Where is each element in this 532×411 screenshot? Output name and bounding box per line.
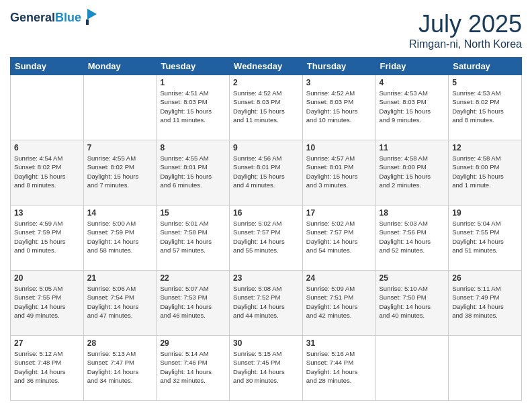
weekday-header-sunday: Sunday — [11, 58, 84, 75]
day-info: Sunrise: 4:55 AM Sunset: 8:01 PM Dayligh… — [160, 154, 226, 189]
calendar-cell: 31Sunrise: 5:16 AM Sunset: 7:44 PM Dayli… — [302, 336, 375, 401]
day-info: Sunrise: 4:57 AM Sunset: 8:01 PM Dayligh… — [306, 154, 372, 189]
calendar-cell: 24Sunrise: 5:09 AM Sunset: 7:51 PM Dayli… — [302, 271, 375, 336]
calendar-cell — [375, 336, 449, 401]
day-number: 4 — [380, 78, 445, 87]
calendar-cell: 14Sunrise: 5:00 AM Sunset: 7:59 PM Dayli… — [83, 205, 157, 271]
day-number: 9 — [233, 143, 299, 152]
day-info: Sunrise: 5:11 AM Sunset: 7:49 PM Dayligh… — [452, 284, 518, 320]
day-info: Sunrise: 5:04 AM Sunset: 7:55 PM Dayligh… — [452, 219, 518, 255]
day-number: 31 — [306, 338, 372, 348]
day-number: 21 — [87, 273, 153, 283]
calendar-cell: 28Sunrise: 5:13 AM Sunset: 7:47 PM Dayli… — [83, 336, 157, 401]
day-info: Sunrise: 4:51 AM Sunset: 8:03 PM Dayligh… — [160, 89, 226, 124]
day-number: 10 — [306, 143, 372, 152]
day-info: Sunrise: 4:58 AM Sunset: 8:00 PM Dayligh… — [380, 154, 445, 189]
svg-marker-0 — [87, 9, 97, 19]
day-info: Sunrise: 4:52 AM Sunset: 8:03 PM Dayligh… — [233, 89, 299, 124]
calendar-cell: 25Sunrise: 5:10 AM Sunset: 7:50 PM Dayli… — [375, 271, 449, 336]
calendar-cell: 20Sunrise: 5:05 AM Sunset: 7:55 PM Dayli… — [11, 271, 84, 336]
day-number: 3 — [306, 78, 372, 87]
calendar-week-3: 13Sunrise: 4:59 AM Sunset: 7:59 PM Dayli… — [11, 205, 522, 271]
day-number: 18 — [380, 208, 445, 218]
day-number: 15 — [160, 208, 226, 218]
day-number: 8 — [160, 143, 226, 152]
day-info: Sunrise: 5:15 AM Sunset: 7:45 PM Dayligh… — [233, 349, 299, 385]
weekday-header-tuesday: Tuesday — [157, 58, 230, 75]
day-number: 23 — [233, 273, 299, 283]
page-header: GeneralBlue July 2025 Rimgan-ni, North K… — [10, 10, 522, 50]
weekday-header-row: SundayMondayTuesdayWednesdayThursdayFrid… — [11, 58, 522, 75]
calendar-cell: 5Sunrise: 4:53 AM Sunset: 8:02 PM Daylig… — [449, 75, 522, 140]
title-block: July 2025 Rimgan-ni, North Korea — [409, 10, 522, 50]
weekday-header-saturday: Saturday — [449, 58, 522, 75]
day-number: 16 — [233, 208, 299, 218]
calendar-cell: 11Sunrise: 4:58 AM Sunset: 8:00 PM Dayli… — [375, 140, 449, 205]
day-number: 7 — [87, 143, 153, 152]
day-info: Sunrise: 5:13 AM Sunset: 7:47 PM Dayligh… — [87, 349, 153, 385]
calendar-cell — [83, 75, 157, 140]
calendar-cell: 1Sunrise: 4:51 AM Sunset: 8:03 PM Daylig… — [157, 75, 230, 140]
day-number: 22 — [160, 273, 226, 283]
day-info: Sunrise: 4:53 AM Sunset: 8:02 PM Dayligh… — [452, 89, 518, 124]
day-number: 11 — [380, 143, 445, 152]
day-info: Sunrise: 5:06 AM Sunset: 7:54 PM Dayligh… — [87, 284, 153, 320]
day-info: Sunrise: 4:58 AM Sunset: 8:00 PM Dayligh… — [452, 154, 518, 189]
calendar-week-4: 20Sunrise: 5:05 AM Sunset: 7:55 PM Dayli… — [11, 271, 522, 336]
day-info: Sunrise: 5:12 AM Sunset: 7:48 PM Dayligh… — [14, 349, 80, 385]
calendar-cell: 8Sunrise: 4:55 AM Sunset: 8:01 PM Daylig… — [157, 140, 230, 205]
calendar-cell: 30Sunrise: 5:15 AM Sunset: 7:45 PM Dayli… — [230, 336, 303, 401]
calendar-cell: 12Sunrise: 4:58 AM Sunset: 8:00 PM Dayli… — [449, 140, 522, 205]
day-number: 20 — [14, 273, 80, 283]
day-number: 28 — [87, 338, 153, 348]
day-number: 5 — [452, 78, 518, 87]
day-info: Sunrise: 5:07 AM Sunset: 7:53 PM Dayligh… — [160, 284, 226, 320]
calendar-week-5: 27Sunrise: 5:12 AM Sunset: 7:48 PM Dayli… — [11, 336, 522, 401]
day-number: 27 — [14, 338, 80, 348]
calendar-cell: 21Sunrise: 5:06 AM Sunset: 7:54 PM Dayli… — [83, 271, 157, 336]
day-number: 25 — [380, 273, 445, 283]
svg-rect-1 — [86, 19, 89, 25]
day-info: Sunrise: 5:00 AM Sunset: 7:59 PM Dayligh… — [87, 219, 153, 255]
day-info: Sunrise: 5:02 AM Sunset: 7:57 PM Dayligh… — [306, 219, 372, 255]
day-info: Sunrise: 4:53 AM Sunset: 8:03 PM Dayligh… — [380, 89, 445, 124]
calendar-cell: 15Sunrise: 5:01 AM Sunset: 7:58 PM Dayli… — [157, 205, 230, 271]
day-number: 14 — [87, 208, 153, 218]
day-info: Sunrise: 5:01 AM Sunset: 7:58 PM Dayligh… — [160, 219, 226, 255]
calendar-cell: 6Sunrise: 4:54 AM Sunset: 8:02 PM Daylig… — [11, 140, 84, 205]
calendar-cell: 18Sunrise: 5:03 AM Sunset: 7:56 PM Dayli… — [375, 205, 449, 271]
day-number: 1 — [160, 78, 226, 87]
day-number: 30 — [233, 338, 299, 348]
calendar-cell: 16Sunrise: 5:02 AM Sunset: 7:57 PM Dayli… — [230, 205, 303, 271]
weekday-header-wednesday: Wednesday — [230, 58, 303, 75]
calendar-cell: 4Sunrise: 4:53 AM Sunset: 8:03 PM Daylig… — [375, 75, 449, 140]
month-title: July 2025 — [409, 10, 522, 38]
day-info: Sunrise: 4:52 AM Sunset: 8:03 PM Dayligh… — [306, 89, 372, 124]
day-info: Sunrise: 5:05 AM Sunset: 7:55 PM Dayligh… — [14, 284, 80, 320]
day-number: 2 — [233, 78, 299, 87]
day-info: Sunrise: 5:03 AM Sunset: 7:56 PM Dayligh… — [380, 219, 445, 255]
calendar-cell: 3Sunrise: 4:52 AM Sunset: 8:03 PM Daylig… — [302, 75, 375, 140]
calendar-cell: 2Sunrise: 4:52 AM Sunset: 8:03 PM Daylig… — [230, 75, 303, 140]
logo-icon — [83, 7, 98, 26]
day-info: Sunrise: 5:02 AM Sunset: 7:57 PM Dayligh… — [233, 219, 299, 255]
day-number: 24 — [306, 273, 372, 283]
day-info: Sunrise: 5:10 AM Sunset: 7:50 PM Dayligh… — [380, 284, 445, 320]
day-info: Sunrise: 4:55 AM Sunset: 8:02 PM Dayligh… — [87, 154, 153, 189]
day-info: Sunrise: 5:14 AM Sunset: 7:46 PM Dayligh… — [160, 349, 226, 385]
logo-text: GeneralBlue — [10, 11, 81, 26]
calendar-week-1: 1Sunrise: 4:51 AM Sunset: 8:03 PM Daylig… — [11, 75, 522, 140]
calendar-week-2: 6Sunrise: 4:54 AM Sunset: 8:02 PM Daylig… — [11, 140, 522, 205]
day-number: 26 — [452, 273, 518, 283]
location-title: Rimgan-ni, North Korea — [409, 38, 522, 50]
calendar-cell: 29Sunrise: 5:14 AM Sunset: 7:46 PM Dayli… — [157, 336, 230, 401]
day-info: Sunrise: 4:59 AM Sunset: 7:59 PM Dayligh… — [14, 219, 80, 255]
calendar-cell — [449, 336, 522, 401]
day-info: Sunrise: 4:54 AM Sunset: 8:02 PM Dayligh… — [14, 154, 80, 189]
day-info: Sunrise: 5:16 AM Sunset: 7:44 PM Dayligh… — [306, 349, 372, 385]
day-number: 6 — [14, 143, 80, 152]
calendar-cell: 13Sunrise: 4:59 AM Sunset: 7:59 PM Dayli… — [11, 205, 84, 271]
calendar-cell: 23Sunrise: 5:08 AM Sunset: 7:52 PM Dayli… — [230, 271, 303, 336]
day-number: 29 — [160, 338, 226, 348]
weekday-header-friday: Friday — [375, 58, 449, 75]
